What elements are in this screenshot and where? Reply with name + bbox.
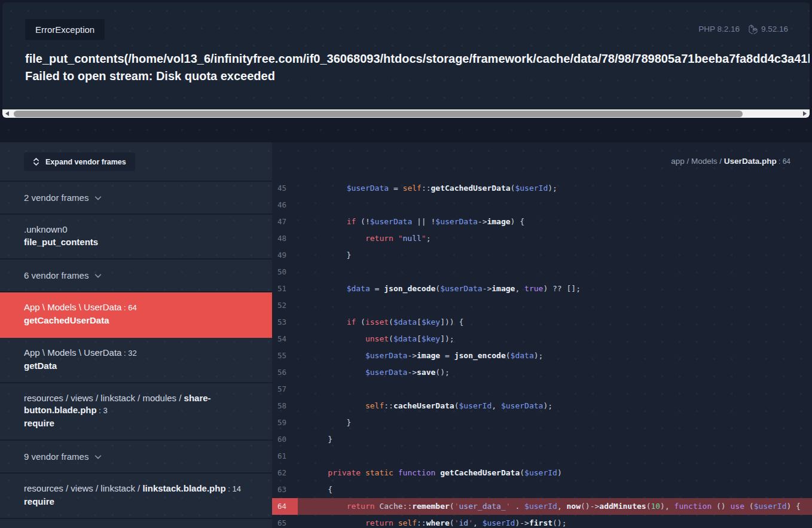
line-number: 54	[272, 331, 298, 347]
line-code: }	[298, 414, 356, 431]
line-number: 46	[272, 197, 298, 213]
vendor-frames-group[interactable]: 6 vendor frames	[0, 260, 272, 292]
frame-path: resources / views / linkstack / linkstac…	[24, 483, 245, 495]
chevron-down-icon	[94, 271, 102, 280]
line-code: $data = json_decode($userData->image, tr…	[298, 280, 586, 297]
error-header-panel: ErrorException PHP 8.2.16 9.52.16 file_p…	[2, 2, 810, 118]
frame-path: App \ Models \ UserData : 32	[24, 347, 245, 359]
stack-frame[interactable]: resources / views / linkstack / linkstac…	[0, 474, 272, 519]
laravel-version-label: 9.52.16	[761, 25, 788, 33]
code-line: 58 self::cacheUserData($userId, $userDat…	[272, 398, 812, 414]
line-number: 60	[272, 431, 298, 448]
vendor-frames-group[interactable]: 9 vendor frames	[0, 441, 272, 474]
chevron-down-icon	[94, 453, 102, 461]
line-code	[298, 197, 315, 213]
line-code: $userData = self::getCachedUserData($use…	[298, 180, 563, 197]
horizontal-scrollbar[interactable]	[2, 109, 810, 118]
line-code: $userData->image = json_encode($data);	[298, 347, 548, 364]
line-code: {	[298, 481, 338, 498]
main-content: Expand vendor frames 2 vendor frames.unk…	[0, 142, 812, 528]
code-line: 53 if (isset($data[$key])) {	[272, 314, 812, 331]
expand-vendor-frames-row: Expand vendor frames	[0, 142, 272, 182]
runtime-versions: PHP 8.2.16 9.52.16	[698, 24, 788, 34]
code-line: 55 $userData->image = json_encode($data)…	[272, 347, 812, 364]
code-line: 57	[272, 381, 812, 398]
breadcrumb-path: app / Models /	[671, 157, 724, 166]
unfold-icon	[33, 157, 39, 166]
laravel-icon	[749, 24, 758, 34]
line-number: 55	[272, 347, 298, 364]
frame-method: getData	[24, 360, 245, 372]
line-number: 51	[272, 280, 298, 297]
stack-frame[interactable]: resources / views / linkstack / modules …	[0, 383, 272, 441]
scrollbar-thumb[interactable]	[14, 111, 743, 117]
vendor-frames-group[interactable]: 15 vendor frames	[0, 519, 272, 528]
line-code	[298, 381, 315, 398]
frame-method: getCachedUserData	[24, 315, 245, 326]
vendor-frames-group[interactable]: 2 vendor frames	[0, 182, 272, 215]
line-code: if (!$userData || !$userData->image) {	[298, 213, 530, 230]
code-line: 63 {	[272, 481, 812, 498]
line-number: 64	[272, 498, 298, 515]
breadcrumb: app / Models / UserData.php : 64	[671, 157, 790, 166]
line-code: private static function getCachedUserDat…	[298, 465, 567, 481]
line-code	[298, 264, 315, 280]
stack-frame-active[interactable]: App \ Models \ UserData : 64getCachedUse…	[0, 292, 272, 338]
line-code	[298, 448, 315, 465]
code-line: 59 }	[272, 414, 812, 431]
vendor-frames-label: 2 vendor frames	[24, 193, 88, 203]
frame-path: .unknown0	[24, 224, 245, 236]
line-code: if (isset($data[$key])) {	[298, 314, 469, 331]
line-number: 48	[272, 230, 298, 247]
error-message-line2: Failed to open stream: Disk quota exceed…	[25, 68, 810, 85]
frame-path: resources / views / linkstack / modules …	[24, 392, 245, 417]
vendor-frames-label: 6 vendor frames	[24, 270, 88, 280]
error-message-line1: file_put_contents(/home/vol13_6/infinity…	[25, 50, 810, 68]
code-line: 46	[272, 197, 812, 213]
line-number: 61	[272, 448, 298, 465]
line-code: self::cacheUserData($userId, $userData);	[298, 398, 558, 414]
stack-frame[interactable]: .unknown0file_put_contents	[0, 215, 272, 260]
stack-frame[interactable]: App \ Models \ UserData : 32getData	[0, 338, 272, 383]
line-number: 65	[272, 515, 298, 528]
breadcrumb-line-number: : 64	[777, 157, 790, 166]
frames-list: 2 vendor frames.unknown0file_put_content…	[0, 182, 272, 528]
line-number: 63	[272, 481, 298, 498]
code-line-active: 64 return Cache::remember('user_data_' .…	[272, 498, 812, 515]
code-line: 54 unset($data[$key]);	[272, 331, 812, 347]
scroll-right-arrow-icon[interactable]	[803, 111, 807, 116]
line-number: 45	[272, 180, 298, 197]
code-lines: 45 $userData = self::getCachedUserData($…	[272, 180, 812, 528]
code-line: 60 }	[272, 431, 812, 448]
code-viewer: app / Models / UserData.php : 64 45 $use…	[272, 142, 812, 528]
line-number: 59	[272, 414, 298, 431]
vendor-frames-label: 9 vendor frames	[24, 451, 88, 462]
line-code: $userData->save();	[298, 364, 455, 381]
frame-method: file_put_contents	[24, 236, 245, 248]
code-line: 49 }	[272, 247, 812, 264]
line-number: 53	[272, 314, 298, 331]
exception-class-badge: ErrorException	[25, 19, 105, 40]
stack-frames-sidebar: Expand vendor frames 2 vendor frames.unk…	[0, 142, 272, 528]
code-line: 52	[272, 297, 812, 314]
line-code: }	[298, 247, 356, 264]
line-code: }	[298, 431, 338, 448]
expand-vendor-frames-button[interactable]: Expand vendor frames	[24, 152, 135, 171]
line-number: 50	[272, 264, 298, 280]
scroll-left-arrow-icon[interactable]	[5, 111, 9, 116]
code-line: 47 if (!$userData || !$userData->image) …	[272, 213, 812, 230]
php-version-label: PHP 8.2.16	[698, 25, 740, 33]
line-code: return self::where('id', $userId)->first…	[298, 515, 572, 528]
code-line: 50	[272, 264, 812, 280]
line-number: 47	[272, 213, 298, 230]
code-line: 62 private static function getCachedUser…	[272, 465, 812, 481]
breadcrumb-file: UserData.php	[724, 157, 777, 166]
code-line: 56 $userData->save();	[272, 364, 812, 381]
code-line: 48 return "null";	[272, 230, 812, 247]
line-number: 49	[272, 247, 298, 264]
line-number: 58	[272, 398, 298, 414]
line-code: return "null";	[298, 230, 436, 247]
chevron-down-icon	[94, 194, 102, 202]
frame-method: require	[24, 417, 245, 429]
line-number: 62	[272, 465, 298, 481]
